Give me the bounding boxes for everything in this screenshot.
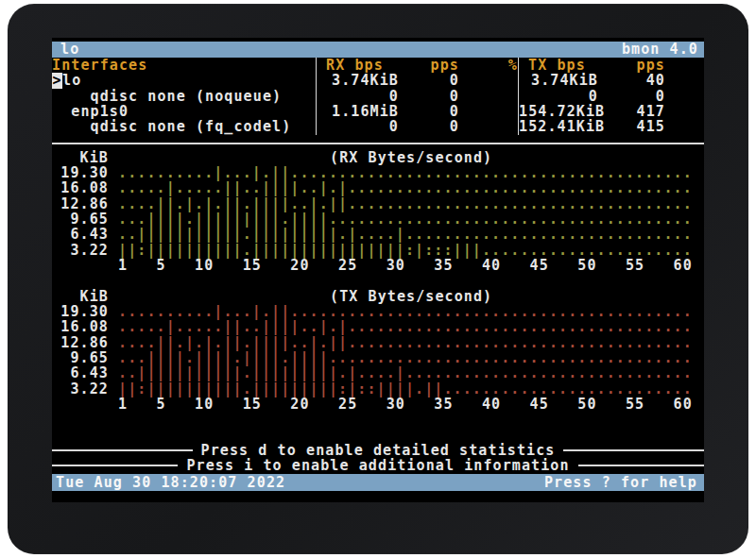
rx-bps-value: 1.16MiB (317, 104, 399, 119)
graph-row-pattern: ...||||.|||||||||.||||..................… (118, 211, 693, 227)
interface-row-qdisc-none-noqueue-[interactable]: qdisc none (noqueue)0000 (52, 89, 704, 104)
graph-row: 19.30..........|...|.||.................… (52, 165, 704, 180)
graph-row: 9.65...||||.|||||||||.||||..............… (52, 211, 704, 227)
interface-row-lo[interactable]: >lo3.74KiB03.74KiB40 (52, 73, 704, 88)
titlebar-selected-interface: lo (60, 42, 79, 58)
tx-graph-rows: 19.30..........|...|.||.................… (52, 304, 704, 397)
horizontal-rule (578, 465, 704, 466)
rx-cells: 3.74KiB0 (316, 73, 518, 88)
graph-row-pattern: ||:||||||||||.|||||||||:|::||||.||......… (118, 381, 693, 397)
graph-row-pattern: ||:||||||||||.||||||||||||||||:|:::|||..… (118, 243, 693, 258)
table-header-row: Interfaces RX bps pps % TX bps pps (52, 58, 704, 73)
spacer-line (52, 273, 704, 288)
rx-cells: 1.16MiB0 (316, 104, 518, 119)
rx-x-axis-ticks: 1 5 10 15 20 25 30 35 40 45 50 55 60 (118, 258, 693, 273)
graph-row: 12.86....||.|.|.||.||||..|.||...........… (52, 335, 704, 350)
y-tick-label: 16.08 (52, 319, 109, 334)
row-spacer (665, 73, 704, 88)
desktop-background: lo bmon 4.0 Interfaces RX bps pps % TX b… (0, 0, 756, 558)
rx-pps-value: 0 (399, 89, 459, 104)
graph-row: 19.30..........|...|.||.................… (52, 304, 704, 319)
graph-row: 16.08.....|.....||..||||..|.|...........… (52, 319, 704, 334)
interface-name: lo (62, 73, 81, 88)
interface-name-cell: qdisc none (noqueue) (52, 89, 316, 104)
rx-graph-rows: 19.30..........|...|.||.................… (52, 165, 704, 258)
column-header-interfaces: Interfaces (52, 58, 316, 73)
rx-cells: 00 (316, 119, 518, 134)
hint-detailed-statistics: Press d to enable detailed statistics (52, 443, 704, 458)
y-tick-label: 3.22 (52, 243, 109, 258)
spacer-line (52, 428, 704, 443)
tx-x-axis-ticks: 1 5 10 15 20 25 30 35 40 45 50 55 60 (118, 397, 693, 412)
graph-row-pattern: ..........|...|.||......................… (118, 165, 693, 180)
tx-bps-value: 152.41KiB (519, 119, 598, 134)
graph-row-pattern: ..|||||||||||.|||||||||.|....|..........… (118, 365, 693, 380)
interface-row-qdisc-none-fq-codel-[interactable]: qdisc none (fq_codel)00152.41KiB415 (52, 119, 704, 134)
rx-header-group: RX bps pps % (316, 58, 518, 73)
graph-row-pattern: .....|.....||..||||..|.|................… (118, 180, 693, 195)
interface-name-cell: >lo (52, 73, 316, 88)
graph-row-pattern: ...||||.||||.||||.||||..................… (118, 350, 693, 365)
y-tick-label: 12.86 (52, 196, 109, 211)
tx-pps-value: 417 (598, 104, 665, 119)
graph-row: 9.65...||||.||||.||||.||||..............… (52, 350, 704, 365)
y-tick-label: 19.30 (52, 165, 109, 180)
y-tick-label: 6.43 (52, 227, 109, 242)
tx-pps-value: 415 (598, 119, 665, 134)
tx-bps-value: 3.74KiB (519, 73, 598, 88)
y-tick-label: 12.86 (52, 335, 109, 350)
y-tick-label: 16.08 (52, 180, 109, 195)
spacer-line (52, 412, 704, 427)
graph-row-pattern: ..........|...|.||......................… (118, 304, 693, 319)
rx-percent-value (459, 73, 518, 88)
rx-pps-value: 0 (399, 119, 459, 134)
rx-graph: KiB (RX Bytes/second) 19.30..........|..… (52, 150, 704, 274)
terminal-window-frame: lo bmon 4.0 Interfaces RX bps pps % TX b… (8, 4, 748, 554)
interfaces-table: Interfaces RX bps pps % TX bps pps >lo3.… (52, 58, 704, 144)
hint-text: Press d to enable detailed statistics (193, 442, 564, 459)
interface-name: qdisc none (fq_codel) (52, 119, 291, 134)
graph-row: 6.43..|||||||||||.|||||||||.|....|......… (52, 365, 704, 380)
row-spacer (665, 89, 704, 104)
tx-cells: 00 (518, 89, 704, 104)
y-tick-label: 3.22 (52, 381, 109, 397)
y-tick-label: 9.65 (52, 350, 109, 365)
y-tick-label: 6.43 (52, 365, 109, 380)
y-tick-label: 9.65 (52, 211, 109, 227)
rx-graph-axis: 1 5 10 15 20 25 30 35 40 45 50 55 60 (52, 258, 704, 273)
rx-graph-title: (RX Bytes/second) (330, 150, 492, 165)
graph-row-pattern: .....|.....||..||||..|.|................… (118, 319, 693, 334)
tx-cells: 3.74KiB40 (518, 73, 704, 88)
titlebar: lo bmon 4.0 (52, 42, 704, 58)
interface-name-cell: qdisc none (fq_codel) (52, 119, 316, 134)
tx-graph-axis: 1 5 10 15 20 25 30 35 40 45 50 55 60 (52, 397, 704, 412)
interface-row-enp1s0[interactable]: enp1s01.16MiB0154.72KiB417 (52, 104, 704, 119)
tx-cells: 154.72KiB417 (518, 104, 704, 119)
graph-row-pattern: ....||.|.|.||.||||..|.||................… (118, 335, 693, 350)
rx-pps-value: 0 (399, 104, 459, 119)
hint-text: Press i to enable additional information (178, 457, 577, 474)
graph-row-pattern: ....||.|.|.||.||||..|.||................… (118, 196, 693, 211)
rx-bps-value: 0 (317, 119, 399, 134)
column-header-rx-pps: pps (399, 58, 459, 73)
tx-graph: KiB (TX Bytes/second) 19.30..........|..… (52, 289, 704, 413)
selection-cursor: > (52, 73, 62, 88)
rx-percent-value (459, 104, 518, 119)
rx-cells: 00 (316, 89, 518, 104)
tx-pps-value: 0 (598, 89, 665, 104)
tx-cells: 152.41KiB415 (518, 119, 704, 134)
interface-name-cell: enp1s0 (52, 104, 316, 119)
row-spacer (665, 104, 704, 119)
graph-row: 12.86....||.|.|.||.||||..|.||...........… (52, 196, 704, 211)
tx-bps-value: 0 (519, 89, 598, 104)
interface-name: enp1s0 (52, 104, 129, 119)
rx-graph-header: KiB (RX Bytes/second) (52, 150, 704, 165)
titlebar-app-version: bmon 4.0 (622, 42, 698, 58)
rx-graph-unit: KiB (52, 150, 109, 165)
axis-label-spacer (52, 258, 109, 273)
hint-additional-information: Press i to enable additional information (52, 458, 704, 473)
column-header-rx-bps: RX bps (317, 58, 399, 73)
rx-percent-value (459, 119, 518, 134)
tx-graph-title: (TX Bytes/second) (330, 289, 492, 304)
tx-pps-value: 40 (598, 73, 665, 88)
